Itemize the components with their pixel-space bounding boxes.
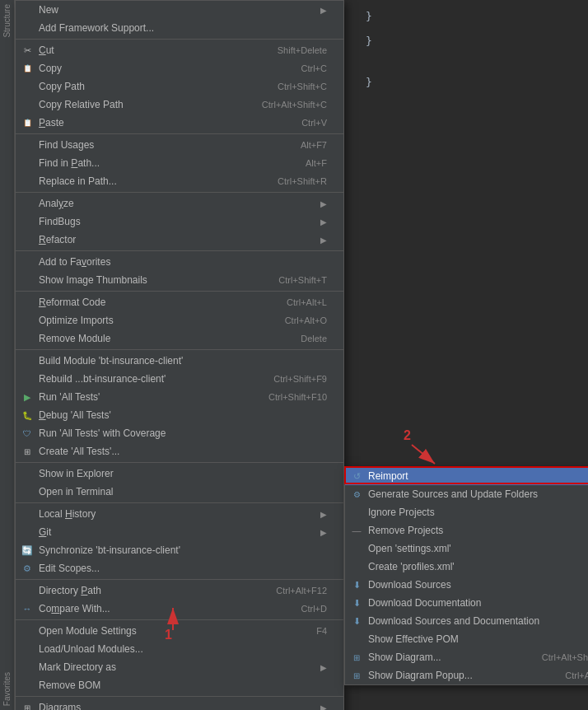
menu-item-add-favorites[interactable]: Add to Favorites <box>16 253 343 271</box>
sync-icon: 🔄 <box>21 544 34 557</box>
submenu-download-sources[interactable]: ⬇ Download Sources <box>345 576 588 594</box>
maven-submenu: ↺ Reimport ⚙ Generate Sources and Update… <box>344 466 588 685</box>
coverage-icon: 🛡 <box>21 427 34 440</box>
copy-icon: 📋 <box>21 62 34 75</box>
menu-item-run-tests[interactable]: ▶ Run 'All Tests' Ctrl+Shift+F10 <box>16 388 343 406</box>
separator-11 <box>16 696 343 697</box>
arrow-mark-directory: ▶ <box>320 663 327 672</box>
submenu-download-both[interactable]: ⬇ Download Sources and Documentation <box>345 612 588 630</box>
menu-item-cut[interactable]: ✂ Cut Shift+Delete <box>16 41 343 59</box>
separator-7 <box>16 462 343 463</box>
code-line-2: } <box>366 33 580 49</box>
menu-item-git[interactable]: Git ▶ <box>16 523 343 541</box>
separator-8 <box>16 502 343 503</box>
menu-item-copy[interactable]: 📋 Copy Ctrl+C <box>16 59 343 77</box>
menu-item-build-module[interactable]: Build Module 'bt-insurance-client' <box>16 352 343 370</box>
menu-item-local-history[interactable]: Local History ▶ <box>16 505 343 523</box>
submenu-reimport[interactable]: ↺ Reimport <box>345 467 588 485</box>
separator-3 <box>16 192 343 193</box>
submenu-effective-pom[interactable]: Show Effective POM <box>345 630 588 648</box>
menu-item-new[interactable]: New ▶ <box>16 1 343 19</box>
separator-9 <box>16 579 343 580</box>
menu-item-copy-relative-path[interactable]: Copy Relative Path Ctrl+Alt+Shift+C <box>16 96 343 114</box>
separator-1 <box>16 39 343 40</box>
arrow-git: ▶ <box>320 528 327 537</box>
create-test-icon: ⊞ <box>21 445 34 458</box>
compare-icon: ↔ <box>21 602 34 615</box>
menu-item-replace-in-path[interactable]: Replace in Path... Ctrl+Shift+R <box>16 172 343 190</box>
menu-item-findbugs[interactable]: FindBugs ▶ <box>16 213 343 231</box>
menu-item-mark-directory[interactable]: Mark Directory as ▶ <box>16 658 343 676</box>
diagrams-icon: ⊞ <box>21 701 34 710</box>
menu-item-diagrams[interactable]: ⊞ Diagrams ▶ <box>16 698 343 710</box>
menu-item-synchronize[interactable]: 🔄 Synchronize 'bt-insurance-client' <box>16 541 343 559</box>
menu-item-debug-tests[interactable]: 🐛 Debug 'All Tests' <box>16 406 343 424</box>
run-icon: ▶ <box>21 390 34 404</box>
submenu-generate-sources[interactable]: ⚙ Generate Sources and Update Folders <box>345 485 588 503</box>
separator-10 <box>16 619 343 620</box>
menu-item-run-coverage[interactable]: 🛡 Run 'All Tests' with Coverage <box>16 424 343 442</box>
menu-item-analyze[interactable]: Analyze ▶ <box>16 194 343 213</box>
submenu-show-diagram[interactable]: ⊞ Show Diagram... Ctrl+Alt+Shift+U <box>345 648 588 666</box>
sidebar-tab-structure[interactable]: Structure <box>1 0 13 42</box>
diagram-icon: ⊞ <box>350 651 363 664</box>
arrow-local-history: ▶ <box>320 510 327 519</box>
code-line-3: } <box>366 74 580 91</box>
separator-4 <box>16 250 343 251</box>
menu-item-paste[interactable]: 📋 Paste Ctrl+V <box>16 114 343 132</box>
menu-item-find-usages[interactable]: Find Usages Alt+F7 <box>16 136 343 154</box>
cut-icon: ✂ <box>21 44 34 57</box>
paste-icon: 📋 <box>21 116 34 129</box>
menu-item-image-thumbnails[interactable]: Show Image Thumbnails Ctrl+Shift+T <box>16 271 343 289</box>
submenu-ignore-projects[interactable]: Ignore Projects <box>345 503 588 521</box>
menu-item-refactor[interactable]: Refactor ▶ <box>16 231 343 249</box>
generate-icon: ⚙ <box>350 488 363 501</box>
menu-item-open-terminal[interactable]: Open in Terminal <box>16 483 343 501</box>
menu-item-rebuild[interactable]: Rebuild ...bt-insurance-client' Ctrl+Shi… <box>16 370 343 388</box>
menu-item-compare-with[interactable]: ↔ Compare With... Ctrl+D <box>16 600 343 618</box>
download-both-icon: ⬇ <box>350 614 363 628</box>
menu-item-optimize-imports[interactable]: Optimize Imports Ctrl+Alt+O <box>16 311 343 329</box>
menu-item-load-unload[interactable]: Load/Unload Modules... <box>16 640 343 658</box>
separator-2 <box>16 133 343 134</box>
menu-item-remove-module[interactable]: Remove Module Delete <box>16 329 343 348</box>
download-docs-icon: ⬇ <box>350 596 363 610</box>
menu-item-remove-bom[interactable]: Remove BOM <box>16 676 343 694</box>
menu-item-add-framework[interactable]: Add Framework Support... <box>16 19 343 37</box>
code-line-1: } <box>366 8 580 25</box>
arrow-diagrams: ▶ <box>320 703 327 711</box>
context-menu: New ▶ Add Framework Support... ✂ Cut Shi… <box>15 0 344 710</box>
arrow-refactor: ▶ <box>320 236 327 245</box>
submenu-download-docs[interactable]: ⬇ Download Documentation <box>345 594 588 612</box>
menu-arrow-new: ▶ <box>320 6 327 15</box>
menu-item-edit-scopes[interactable]: ⚙ Edit Scopes... <box>16 559 343 577</box>
separator-6 <box>16 349 343 350</box>
menu-item-find-in-path[interactable]: Find in Path... Alt+F <box>16 154 343 172</box>
submenu-remove-projects[interactable]: — Remove Projects <box>345 521 588 540</box>
reimport-icon: ↺ <box>350 469 363 483</box>
submenu-create-profiles[interactable]: Create 'profiles.xml' <box>345 558 588 576</box>
menu-item-show-explorer[interactable]: Show in Explorer <box>16 465 343 483</box>
debug-icon: 🐛 <box>21 409 34 422</box>
menu-item-reformat[interactable]: Reformat Code Ctrl+Alt+L <box>16 293 343 311</box>
menu-item-copy-path[interactable]: Copy Path Ctrl+Shift+C <box>16 77 343 96</box>
diagram-popup-icon: ⊞ <box>350 669 363 682</box>
separator-5 <box>16 291 343 292</box>
menu-item-module-settings[interactable]: Open Module Settings F4 <box>16 622 343 640</box>
submenu-show-diagram-popup[interactable]: ⊞ Show Diagram Popup... Ctrl+Alt+U <box>345 666 588 684</box>
sidebar-tab-favorites[interactable]: Favorites <box>1 668 13 710</box>
submenu-open-settings[interactable]: Open 'settings.xml' <box>345 540 588 558</box>
arrow-analyze: ▶ <box>320 199 327 208</box>
menu-item-directory-path[interactable]: Directory Path Ctrl+Alt+F12 <box>16 582 343 600</box>
menu-item-create-tests[interactable]: ⊞ Create 'All Tests'... <box>16 442 343 460</box>
left-sidebar: Structure Favorites <box>0 0 15 710</box>
remove-projects-icon: — <box>350 524 363 537</box>
download-sources-icon: ⬇ <box>350 578 363 591</box>
arrow-findbugs: ▶ <box>320 217 327 227</box>
scopes-icon: ⚙ <box>21 562 34 575</box>
